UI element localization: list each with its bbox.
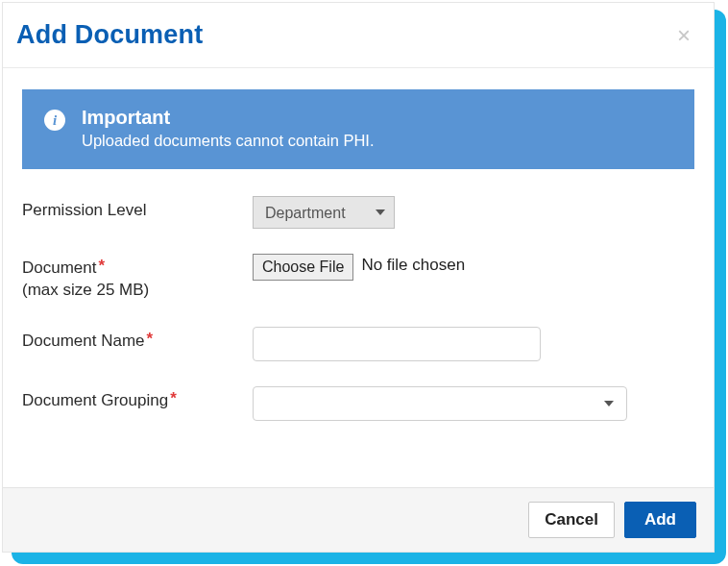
document-grouping-select[interactable]	[253, 386, 627, 421]
modal-footer: Cancel Add	[3, 487, 714, 552]
info-icon: i	[43, 109, 66, 132]
modal-title: Add Document	[16, 20, 203, 50]
file-input-group: Choose File No file chosen	[253, 254, 694, 281]
cancel-button[interactable]: Cancel	[528, 502, 615, 538]
document-grouping-label-text: Document Grouping	[22, 391, 168, 409]
permission-level-select[interactable]: Department	[253, 196, 395, 229]
choose-file-button[interactable]: Choose File	[253, 254, 353, 281]
alert-content: Important Uploaded documents cannot cont…	[82, 107, 375, 150]
alert-text: Uploaded documents cannot contain PHI.	[82, 132, 375, 150]
modal-header: Add Document ×	[3, 3, 714, 68]
add-button[interactable]: Add	[624, 502, 696, 538]
close-icon[interactable]: ×	[671, 22, 696, 49]
add-document-modal: Add Document × i Important Uploaded docu…	[2, 2, 715, 553]
required-mark: *	[170, 389, 177, 407]
alert-title: Important	[82, 107, 375, 129]
document-grouping-select-wrap	[253, 386, 627, 421]
row-document-file: Document* (max size 25 MB) Choose File N…	[22, 254, 694, 302]
document-label: Document* (max size 25 MB)	[22, 254, 253, 302]
document-grouping-label: Document Grouping*	[22, 386, 253, 412]
modal-body: i Important Uploaded documents cannot co…	[3, 68, 714, 487]
document-label-text: Document	[22, 258, 96, 277]
row-document-name: Document Name*	[22, 327, 694, 361]
required-mark: *	[147, 330, 154, 348]
document-name-label-text: Document Name	[22, 332, 145, 350]
document-name-input[interactable]	[253, 327, 541, 361]
important-alert: i Important Uploaded documents cannot co…	[22, 89, 694, 169]
document-size-hint: (max size 25 MB)	[22, 280, 253, 302]
document-name-label: Document Name*	[22, 327, 253, 353]
permission-level-label: Permission Level	[22, 196, 253, 222]
row-permission-level: Permission Level Department	[22, 196, 694, 229]
required-mark: *	[98, 257, 105, 275]
row-document-grouping: Document Grouping*	[22, 386, 694, 421]
file-status-text: No file chosen	[361, 256, 465, 275]
permission-level-select-wrap: Department	[253, 196, 395, 229]
